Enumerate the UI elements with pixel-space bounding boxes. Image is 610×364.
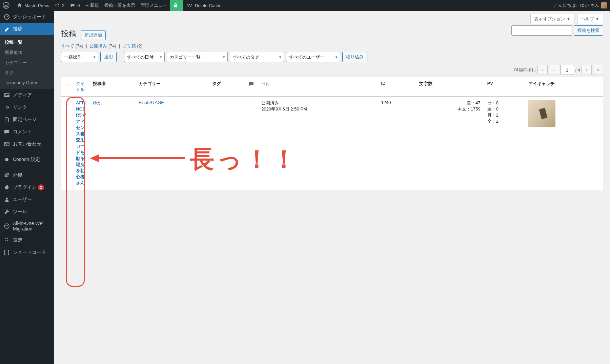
wp-logo[interactable] [0, 0, 14, 11]
current-page-input[interactable] [561, 65, 574, 75]
menu-posts[interactable]: 投稿 [0, 23, 54, 35]
svg-point-9 [6, 198, 8, 200]
delete-cache[interactable]: Delete Cache [183, 0, 224, 11]
col-author: 投稿者 [89, 77, 135, 97]
menu-users[interactable]: ユーザー [0, 194, 54, 206]
select-all-checkbox[interactable] [65, 81, 69, 85]
menu-tools[interactable]: ツール [0, 206, 54, 218]
comments-bubble[interactable]: 0 [67, 0, 82, 11]
submenu-tag[interactable]: タグ [0, 68, 54, 78]
lock-button[interactable] [170, 0, 183, 11]
new-label: 新規 [90, 2, 99, 8]
page-title: 投稿 [61, 25, 77, 40]
author-link[interactable]: ゆか [93, 100, 102, 105]
category-link[interactable]: Final.STAGE [139, 100, 164, 105]
delete-cache-label: Delete Cache [195, 3, 222, 8]
row-chars: 題：47本文：1759 [416, 97, 484, 190]
menu-appearance[interactable]: 外観 [0, 169, 54, 181]
col-date[interactable]: 日付 [258, 77, 378, 97]
site-name[interactable]: MasterPress [14, 0, 52, 11]
menu-cocoon[interactable]: Cocoon 設定 [0, 154, 54, 166]
updates[interactable]: 2 [52, 0, 67, 11]
col-comments[interactable] [244, 77, 258, 97]
menu-plugins[interactable]: プラグイン2 [0, 181, 54, 194]
table-row: AFFINGER5でアドセンス審査用コードを貼る場所を初心者さん ゆか Fina… [61, 97, 603, 190]
col-title[interactable]: タイトル [73, 77, 89, 97]
admin-menu-link[interactable]: 管理メニュー [138, 0, 170, 11]
site-name-text: MasterPress [24, 3, 49, 8]
next-page-button[interactable]: › [582, 65, 592, 75]
menu-aiowp[interactable]: All-in-One WP Migration [0, 218, 54, 234]
svg-point-2 [189, 4, 190, 4]
row-pv: 日：0週：0月：2全：2 [484, 97, 525, 190]
view-posts[interactable]: 投稿一覧を表示 [102, 0, 138, 11]
row-id: 1240 [378, 97, 416, 190]
user-greeting[interactable]: こんにちは、ゆか さん [551, 0, 610, 11]
svg-point-8 [5, 158, 8, 161]
total-items: 74個の項目 [513, 67, 536, 73]
submenu-taxonomy-order[interactable]: Taxonomy Order [0, 78, 54, 87]
menu-dashboard[interactable]: ダッシュボード [0, 11, 54, 23]
apply-button[interactable]: 適用 [100, 52, 117, 62]
search-button[interactable]: 投稿を検索 [574, 25, 603, 36]
bulk-action-select[interactable]: 一括操作 [61, 52, 98, 62]
view-trash[interactable]: ゴミ箱 (2) [123, 43, 143, 48]
row-checkbox[interactable] [65, 100, 69, 104]
row-comments: — [244, 97, 258, 190]
search-input[interactable] [511, 25, 572, 36]
date-filter-select[interactable]: すべての日付 [124, 52, 165, 62]
help-toggle[interactable]: ヘルプ ▼ [577, 14, 603, 24]
updates-count: 2 [62, 3, 64, 8]
screen-options-toggle[interactable]: 表示オプション ▼ [530, 14, 574, 24]
menu-contact[interactable]: お問い合わせ [0, 138, 54, 150]
prev-page-button[interactable]: ‹ [549, 65, 559, 75]
thumbnail-image [528, 100, 555, 127]
menu-comments[interactable]: コメント [0, 126, 54, 138]
add-new-button[interactable]: 新規追加 [81, 31, 106, 40]
row-tag: — [209, 97, 244, 190]
filter-button[interactable]: 絞り込み [342, 52, 367, 62]
submenu-category[interactable]: カテゴリー [0, 58, 54, 68]
svg-rect-7 [4, 142, 9, 146]
status-filters: すべて (74) | 公開済み (74) | ゴミ箱 (2) [61, 43, 603, 49]
menu-pages[interactable]: 固定ページ [0, 114, 54, 126]
row-thumbnail [525, 97, 603, 190]
category-filter-select[interactable]: カテゴリー一覧 [167, 52, 228, 62]
submenu-all-posts[interactable]: 投稿一覧 [0, 37, 54, 47]
svg-point-3 [191, 4, 192, 4]
col-chars: 文字数 [416, 77, 484, 97]
col-tag: タグ [209, 77, 244, 97]
menu-links[interactable]: リンク [0, 101, 54, 114]
new-content[interactable]: +新規 [82, 0, 102, 11]
view-all[interactable]: すべて (74) [61, 43, 83, 48]
user-filter-select[interactable]: すべてのユーザー [286, 52, 340, 62]
last-page-button[interactable]: » [593, 65, 603, 75]
submenu-new-post[interactable]: 新規追加 [0, 47, 54, 58]
menu-shortcode[interactable]: ショートコード [0, 246, 54, 259]
col-category: カテゴリー [135, 77, 209, 97]
view-published[interactable]: 公開済み (74) [89, 43, 116, 48]
col-eyecatch: アイキャッチ [525, 77, 603, 97]
svg-point-1 [187, 4, 188, 4]
post-title-link[interactable]: AFFINGER5でアドセンス審査用コードを貼る場所を初心者さん [76, 100, 86, 186]
menu-settings[interactable]: 設定 [0, 234, 54, 246]
col-pv: PV [484, 77, 525, 97]
col-id: ID [378, 77, 416, 97]
comments-count: 0 [77, 3, 80, 8]
total-pages: / 4 [575, 67, 580, 73]
plugins-badge: 2 [38, 184, 44, 190]
row-date: 公開済み2020年9月6日 2:50 PM [258, 97, 378, 190]
first-page-button[interactable]: « [537, 65, 548, 75]
greeting-text: こんにちは、ゆか さん [554, 2, 599, 8]
avatar [601, 2, 607, 8]
tag-filter-select[interactable]: すべてのタグ [230, 52, 284, 62]
svg-point-10 [4, 224, 9, 228]
menu-media[interactable]: メディア [0, 89, 54, 101]
